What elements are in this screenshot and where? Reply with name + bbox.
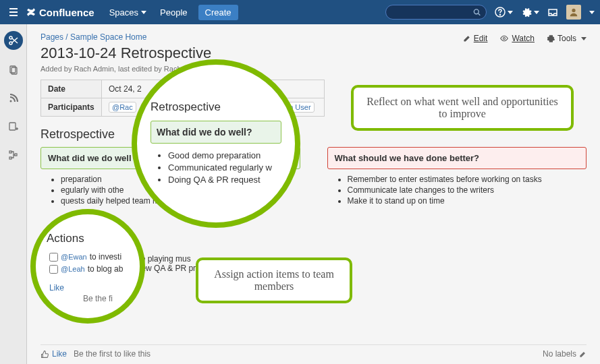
- app-switcher-icon[interactable]: [5, 4, 22, 20]
- tree-icon[interactable]: [5, 147, 22, 163]
- watch-action[interactable]: Watch: [499, 34, 535, 43]
- svg-point-5: [9, 42, 12, 44]
- mention[interactable]: @Rac: [109, 102, 136, 113]
- page-meta: Added by Rach Admin, last edited by Rach: [40, 65, 587, 73]
- svg-rect-12: [15, 154, 17, 156]
- better-list: Remember to enter estimates before worki…: [327, 175, 587, 206]
- svg-rect-11: [9, 157, 11, 159]
- better-header: What should we have done better?: [327, 147, 587, 169]
- search-input[interactable]: [391, 7, 473, 17]
- create-button[interactable]: Create: [198, 5, 238, 20]
- breadcrumb-space[interactable]: Sample Space Home: [70, 32, 146, 42]
- svg-point-4: [9, 36, 12, 39]
- search-box[interactable]: [385, 5, 487, 20]
- like-button[interactable]: Like: [40, 349, 67, 359]
- action-row: @Ewanto investi: [49, 252, 126, 262]
- scissors-icon[interactable]: [4, 31, 23, 50]
- svg-point-0: [474, 9, 479, 14]
- overflow-text-1: stigate playing mus: [121, 254, 587, 264]
- nav-spaces[interactable]: Spaces: [103, 7, 153, 18]
- list-item: Doing QA & PR request: [168, 175, 281, 185]
- callout-title: Retrospective: [151, 100, 281, 114]
- pages-icon[interactable]: [5, 62, 22, 78]
- svg-rect-10: [9, 151, 11, 153]
- breadcrumb-pages[interactable]: Pages: [40, 32, 63, 42]
- user-avatar[interactable]: [566, 5, 581, 20]
- list-item: Good demo preparation: [168, 150, 281, 160]
- left-sidebar: [0, 24, 27, 364]
- callout-inner-header: What did we do well?: [151, 121, 281, 144]
- svg-point-3: [572, 9, 575, 12]
- date-label: Date: [41, 80, 102, 98]
- action-row: @Leahto blog ab: [49, 264, 126, 274]
- list-item: Remember to enter estimates before worki…: [348, 175, 587, 184]
- svg-point-13: [503, 38, 506, 40]
- callout-box-reflect: Reflect on what went well and opportunit…: [351, 85, 574, 131]
- like-link[interactable]: Like: [49, 283, 126, 293]
- list-item: Communicated regularly w: [168, 162, 281, 173]
- overflow-like: Be the fi: [83, 294, 113, 303]
- like-bar: Like Be the first to like this No labels: [40, 344, 587, 359]
- nav-people[interactable]: People: [153, 7, 194, 18]
- svg-point-8: [9, 100, 11, 102]
- callout-box-assign: Assign action items to team members: [196, 257, 352, 303]
- confluence-logo[interactable]: Confluence: [26, 7, 94, 18]
- help-icon[interactable]: [495, 7, 513, 18]
- top-nav: Confluence Spaces People Create: [0, 0, 600, 24]
- action-checkbox[interactable]: [49, 253, 58, 262]
- list-item: Communicate late changes to the writers: [348, 185, 587, 195]
- like-text: Be the first to like this: [74, 349, 151, 359]
- action-checkbox[interactable]: [49, 265, 58, 274]
- svg-point-2: [499, 14, 500, 15]
- labels-area[interactable]: No labels: [543, 349, 587, 359]
- add-page-icon[interactable]: [5, 119, 22, 135]
- inbox-icon[interactable]: [547, 7, 558, 18]
- page-title: 2013-10-24 Retrospective: [40, 44, 587, 62]
- callout-retrospective: Retrospective What did we do well? Good …: [132, 59, 300, 228]
- edit-action[interactable]: Edit: [463, 34, 488, 43]
- callout-actions: Actions @Ewanto investi @Leahto blog ab …: [30, 209, 145, 324]
- callout-title: Actions: [47, 232, 126, 245]
- participants-label: Participants: [41, 98, 102, 117]
- svg-rect-9: [9, 123, 16, 130]
- gear-icon[interactable]: [521, 7, 539, 18]
- page-actions: Edit Watch Tools: [463, 34, 587, 43]
- list-item: Make it to stand up on time: [348, 196, 587, 206]
- tools-action[interactable]: Tools: [547, 34, 587, 43]
- rss-icon[interactable]: [5, 90, 22, 107]
